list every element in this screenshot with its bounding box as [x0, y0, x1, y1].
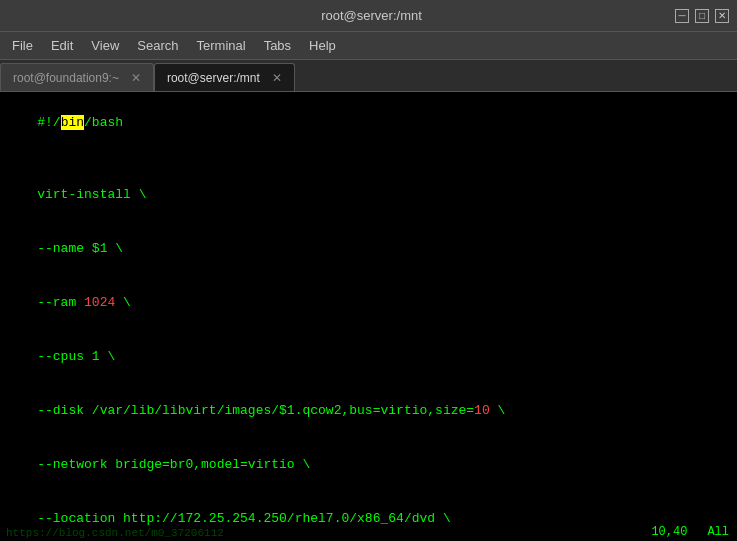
- maximize-button[interactable]: □: [695, 9, 709, 23]
- status-bar: 10,40 All: [643, 523, 737, 541]
- menu-terminal[interactable]: Terminal: [189, 35, 254, 56]
- term-line-name: --name $1 \: [6, 222, 731, 276]
- watermark: https://blog.csdn.net/m0_37206112: [6, 527, 224, 539]
- menu-bar: File Edit View Search Terminal Tabs Help: [0, 32, 737, 60]
- tab-label-2: root@server:/mnt: [167, 71, 260, 85]
- term-line-shebang: #!/bin/bash: [6, 96, 731, 150]
- menu-help[interactable]: Help: [301, 35, 344, 56]
- cursor-position: 10,40: [651, 525, 687, 539]
- menu-file[interactable]: File: [4, 35, 41, 56]
- term-line-network: --network bridge=br0,model=virtio \: [6, 438, 731, 492]
- term-line-ram: --ram 1024 \: [6, 276, 731, 330]
- tab-bar: root@foundation9:~ ✕ root@server:/mnt ✕: [0, 60, 737, 92]
- tab-foundation9[interactable]: root@foundation9:~ ✕: [0, 63, 154, 91]
- menu-tabs[interactable]: Tabs: [256, 35, 299, 56]
- tab-server-mnt[interactable]: root@server:/mnt ✕: [154, 63, 295, 91]
- menu-view[interactable]: View: [83, 35, 127, 56]
- status-all: All: [707, 525, 729, 539]
- title-bar: root@server:/mnt ─ □ ✕: [0, 0, 737, 32]
- term-line-cpus: --cpus 1 \: [6, 330, 731, 384]
- close-button[interactable]: ✕: [715, 9, 729, 23]
- minimize-button[interactable]: ─: [675, 9, 689, 23]
- terminal: #!/bin/bash virt-install \ --name $1 \ -…: [0, 92, 737, 541]
- term-line-disk: --disk /var/lib/libvirt/images/$1.qcow2,…: [6, 384, 731, 438]
- term-line-blank1: [6, 150, 731, 168]
- tab-label-1: root@foundation9:~: [13, 71, 119, 85]
- menu-search[interactable]: Search: [129, 35, 186, 56]
- tab-close-1[interactable]: ✕: [131, 71, 141, 85]
- menu-edit[interactable]: Edit: [43, 35, 81, 56]
- term-line-virt-install: virt-install \: [6, 168, 731, 222]
- title-text: root@server:/mnt: [321, 8, 422, 23]
- tab-close-2[interactable]: ✕: [272, 71, 282, 85]
- window-controls: ─ □ ✕: [675, 9, 729, 23]
